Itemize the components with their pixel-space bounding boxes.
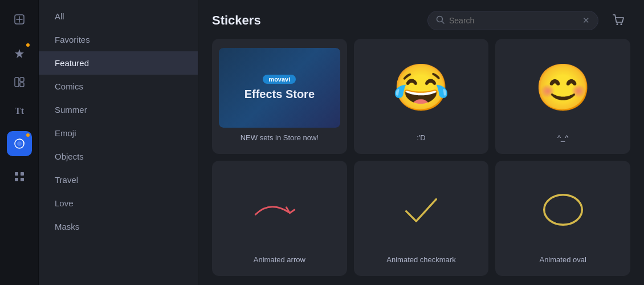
svg-rect-9 (15, 172, 18, 176)
sidebar-item-emoji[interactable]: Emoji (39, 121, 198, 145)
sticker-dot (26, 133, 30, 137)
sidebar-item-travel[interactable]: Travel (39, 168, 198, 192)
cart-button[interactable] (608, 9, 630, 32)
pin-dot (26, 43, 30, 47)
sidebar-item-love[interactable]: Love (39, 192, 198, 215)
checkmark-svg (401, 190, 441, 230)
sidebar-item-masks[interactable]: Masks (39, 215, 198, 238)
crying-laugh-label: :'D (417, 133, 425, 142)
oval-svg (537, 190, 589, 230)
search-bar: ✕ (427, 11, 598, 30)
svg-rect-5 (20, 83, 24, 87)
category-sidebar: All Favorites Featured Comics Summer Emo… (39, 0, 198, 285)
arrow-label: Animated arrow (254, 255, 305, 264)
main-header: Stickers ✕ (198, 0, 644, 39)
checkmark-visual (361, 170, 482, 250)
main-content: Stickers ✕ movavi (198, 0, 644, 285)
sidebar-item-summer[interactable]: Summer (39, 98, 198, 121)
sticker-card-animated-checkmark[interactable]: Animated checkmark (354, 161, 489, 276)
smile-label: ^_^ (557, 133, 568, 142)
sticker-button[interactable] (7, 131, 32, 156)
search-input[interactable] (449, 16, 578, 25)
svg-rect-10 (21, 172, 24, 176)
checkmark-label: Animated checkmark (386, 255, 455, 264)
layout-button[interactable] (7, 70, 32, 95)
svg-point-17 (544, 195, 582, 225)
search-clear-icon[interactable]: ✕ (582, 15, 590, 26)
sidebar-item-comics[interactable]: Comics (39, 75, 198, 98)
svg-point-16 (621, 23, 622, 25)
search-icon (436, 15, 445, 26)
effects-store-label: NEW sets in Store now! (241, 133, 319, 142)
svg-rect-4 (20, 78, 24, 82)
arrow-svg (251, 193, 308, 227)
svg-rect-12 (21, 178, 24, 181)
effects-store-bg: movavi Effects Store (219, 48, 340, 128)
effects-store-title: Effects Store (244, 87, 315, 101)
sticker-card-smile[interactable]: 😊 ^_^ (495, 39, 630, 154)
pin-button[interactable] (7, 41, 32, 66)
svg-rect-11 (15, 178, 18, 181)
sticker-grid: movavi Effects Store NEW sets in Store n… (198, 39, 644, 285)
sticker-card-animated-oval[interactable]: Animated oval (495, 161, 630, 276)
smile-visual: 😊 (502, 48, 623, 128)
oval-visual (502, 170, 623, 250)
sticker-card-effects-store[interactable]: movavi Effects Store NEW sets in Store n… (212, 39, 347, 154)
crying-laugh-visual: 😂 (361, 48, 482, 128)
text-button[interactable]: Tt (7, 98, 32, 123)
sidebar-item-featured[interactable]: Featured (39, 51, 198, 75)
crying-laugh-emoji: 😂 (393, 65, 450, 111)
sticker-card-crying-laugh[interactable]: 😂 :'D (354, 39, 489, 154)
smile-emoji: 😊 (535, 65, 592, 111)
movavi-badge: movavi (263, 75, 296, 84)
add-button[interactable] (7, 7, 32, 32)
sidebar-item-favorites[interactable]: Favorites (39, 28, 198, 51)
arrow-visual (219, 170, 340, 250)
svg-text:Tt: Tt (15, 106, 25, 116)
svg-point-8 (17, 141, 22, 146)
effects-store-visual: movavi Effects Store (219, 48, 340, 128)
svg-point-15 (617, 23, 618, 25)
icon-bar: Tt (0, 0, 39, 285)
grid-button[interactable] (7, 164, 32, 189)
sidebar-item-objects[interactable]: Objects (39, 145, 198, 168)
sticker-card-animated-arrow[interactable]: Animated arrow (212, 161, 347, 276)
svg-line-14 (442, 22, 445, 24)
sidebar-item-all[interactable]: All (39, 5, 198, 28)
oval-label: Animated oval (539, 255, 586, 264)
page-title: Stickers (212, 13, 418, 28)
svg-rect-3 (15, 78, 19, 87)
